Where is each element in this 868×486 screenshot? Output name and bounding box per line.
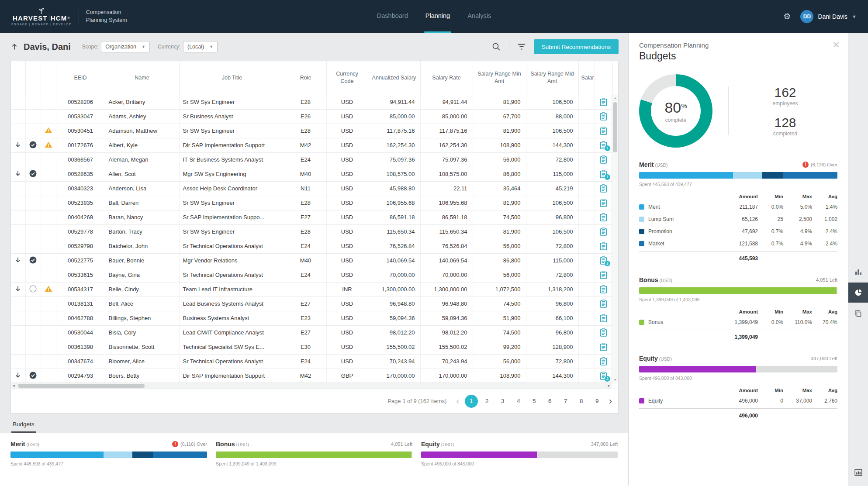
vertical-scroll-thumb[interactable] xyxy=(613,102,617,152)
cell-notes[interactable] xyxy=(595,282,612,296)
col-header-salary-rate[interactable]: Salary Rate xyxy=(420,61,473,95)
cell-notes[interactable] xyxy=(595,311,612,325)
cell-notes[interactable] xyxy=(595,268,612,282)
page-button-9[interactable]: 9 xyxy=(591,395,604,408)
avatar[interactable]: DD xyxy=(800,10,813,23)
nav-tab-analysis[interactable]: Analysis xyxy=(467,0,492,33)
cell-notes[interactable] xyxy=(595,181,612,196)
close-icon[interactable]: ✕ xyxy=(832,40,840,50)
notes-clipboard-icon xyxy=(600,184,607,193)
table-row[interactable]: 00138131Bell, AliceLead Business Systems… xyxy=(11,296,612,311)
search-icon[interactable] xyxy=(491,42,501,52)
col-header-salary-range-min[interactable]: Salary Range Min Amt xyxy=(473,61,526,95)
table-row[interactable]: 00172676Albert, KyleDir SAP Implementati… xyxy=(11,138,612,152)
page-button-1[interactable]: 1 xyxy=(465,395,478,408)
prev-page-icon[interactable]: ‹ xyxy=(456,396,459,407)
bar-chart-icon[interactable] xyxy=(848,262,868,282)
cell-notes[interactable] xyxy=(595,196,612,210)
page-button-6[interactable]: 6 xyxy=(543,395,557,408)
cell-notes[interactable]: 2 xyxy=(595,369,612,383)
col-header-salary-range-mid[interactable]: Salary Range Mid Amt xyxy=(526,61,578,95)
cell-notes[interactable] xyxy=(595,239,612,253)
page-button-7[interactable]: 7 xyxy=(559,395,572,408)
gear-icon[interactable]: ⚙ xyxy=(783,11,791,21)
table-row[interactable]: 00534317Beile, CindyTeam Lead IT Infrast… xyxy=(11,282,612,296)
cell-notes[interactable] xyxy=(595,124,612,138)
nav-tab-planning[interactable]: Planning xyxy=(425,0,451,33)
cell-salary-range-mid: 128,900 xyxy=(526,340,578,354)
table-row[interactable]: 00528635Allen, ScotMgr SW Sys Engineerin… xyxy=(11,167,612,181)
cell-salary-range-min: 56,000 xyxy=(473,268,526,282)
col-header-eeid[interactable]: EEID xyxy=(56,61,105,95)
table-row[interactable]: 00347674Bloomer, AliceSr Technical Opera… xyxy=(11,354,612,369)
table-row[interactable]: 00533615Bayne, GinaSr Technical Operatio… xyxy=(11,268,612,282)
tab-budgets[interactable]: Budgets xyxy=(11,421,36,433)
horizontal-scroll-thumb[interactable] xyxy=(18,384,145,388)
cell-job-title: Lead CM/IT Compliance Analyst xyxy=(179,325,285,340)
pie-chart-icon[interactable] xyxy=(848,283,868,303)
filter-icon[interactable] xyxy=(517,43,526,51)
scroll-right-icon[interactable]: ▸ xyxy=(608,383,610,388)
scroll-up-icon[interactable]: ▲ xyxy=(612,97,618,100)
bonus-budget-bar xyxy=(639,287,837,294)
table-row[interactable]: 00530451Adamson, MatthewSr SW Sys Engine… xyxy=(11,124,612,138)
submit-recommendations-button[interactable]: Submit Recommendations xyxy=(534,39,619,54)
next-page-icon[interactable]: › xyxy=(609,396,612,407)
table-row[interactable]: 00522775Bauer, BonnieMgr Vendor Relation… xyxy=(11,253,612,268)
table-row[interactable]: 00529798Batchelor, JohnSr Technical Oper… xyxy=(11,239,612,253)
legend-swatch xyxy=(639,241,644,246)
page-button-5[interactable]: 5 xyxy=(528,395,541,408)
table-row[interactable]: 00528206Acker, BrittanySr SW Sys Enginee… xyxy=(11,95,612,109)
col-header-currency-code[interactable]: Currency Code xyxy=(326,61,368,95)
user-name[interactable]: Dani Davis xyxy=(818,13,847,20)
cell-notes[interactable] xyxy=(595,95,612,109)
table-row[interactable]: 00404269Baran, NancySr SAP Implementatio… xyxy=(11,210,612,224)
chevron-down-icon[interactable]: ▼ xyxy=(852,14,857,19)
scope-label: Scope: xyxy=(82,44,98,50)
currency-select[interactable]: (Local) ▼ xyxy=(183,41,218,52)
cell-notes[interactable] xyxy=(595,325,612,340)
cell-notes[interactable]: 1 xyxy=(595,167,612,181)
col-header-role[interactable]: Role xyxy=(285,61,326,95)
cell-notes[interactable] xyxy=(595,340,612,354)
horizontal-scrollbar[interactable]: ◂ ▸ xyxy=(11,383,612,389)
scroll-left-icon[interactable]: ◂ xyxy=(13,383,15,388)
brand-separator xyxy=(49,15,49,21)
table-row[interactable]: 00294793Boers, BettyDir SAP Implementati… xyxy=(11,369,612,383)
cell-notes[interactable] xyxy=(595,152,612,167)
budget-status-text: 4,051 Left xyxy=(816,277,837,283)
table-row[interactable]: 00366567Aleman, MeganIT Sr Business Syst… xyxy=(11,152,612,167)
col-header-job-title[interactable]: Job Title xyxy=(179,61,285,95)
page-button-2[interactable]: 2 xyxy=(481,395,494,408)
table-row[interactable]: 00340323Anderson, LisaAssoc Help Desk Co… xyxy=(11,181,612,196)
budget-name: Equity xyxy=(421,441,440,448)
budget-name: Equity xyxy=(639,355,658,362)
cell-notes[interactable] xyxy=(595,296,612,311)
page-button-4[interactable]: 4 xyxy=(512,395,525,408)
cell-notes[interactable] xyxy=(595,224,612,239)
scope-select[interactable]: Organization ▼ xyxy=(101,41,150,52)
budget-currency: (USD) xyxy=(441,442,454,447)
table-row[interactable]: 00361398Bissonnette, ScottTechnical Spec… xyxy=(11,340,612,354)
nav-tab-dashboard[interactable]: Dashboard xyxy=(376,0,409,33)
col-header-truncated[interactable]: Salar xyxy=(578,61,595,95)
chart-board-icon[interactable] xyxy=(848,462,868,483)
col-header-annualized-salary[interactable]: Annualized Salary xyxy=(368,61,420,95)
table-row[interactable]: 00530044Bisla, CoryLead CM/IT Compliance… xyxy=(11,325,612,340)
cell-notes[interactable] xyxy=(595,354,612,369)
navigate-up-icon[interactable] xyxy=(10,43,18,51)
col-header-name[interactable]: Name xyxy=(105,61,179,95)
cell-notes[interactable] xyxy=(595,210,612,224)
page-button-3[interactable]: 3 xyxy=(496,395,509,408)
vertical-scrollbar[interactable]: ▲ ▼ xyxy=(612,95,618,383)
scroll-down-icon[interactable]: ▼ xyxy=(612,378,618,381)
copy-icon[interactable] xyxy=(848,303,868,324)
table-row[interactable]: 00529778Barton, TracySr SW Sys EngineerE… xyxy=(11,224,612,239)
table-row[interactable]: 00533047Adams, AshleySr Business Analyst… xyxy=(11,109,612,124)
table-row[interactable]: 00462788Billings, StephenBusiness System… xyxy=(11,311,612,325)
table-row[interactable]: 00523935Ball, DarrenSr SW Sys EngineerE2… xyxy=(11,196,612,210)
cell-notes[interactable]: 1 xyxy=(595,138,612,152)
cell-notes[interactable]: 2 xyxy=(595,253,612,268)
cell-notes[interactable] xyxy=(595,109,612,124)
page-button-8[interactable]: 8 xyxy=(575,395,588,408)
